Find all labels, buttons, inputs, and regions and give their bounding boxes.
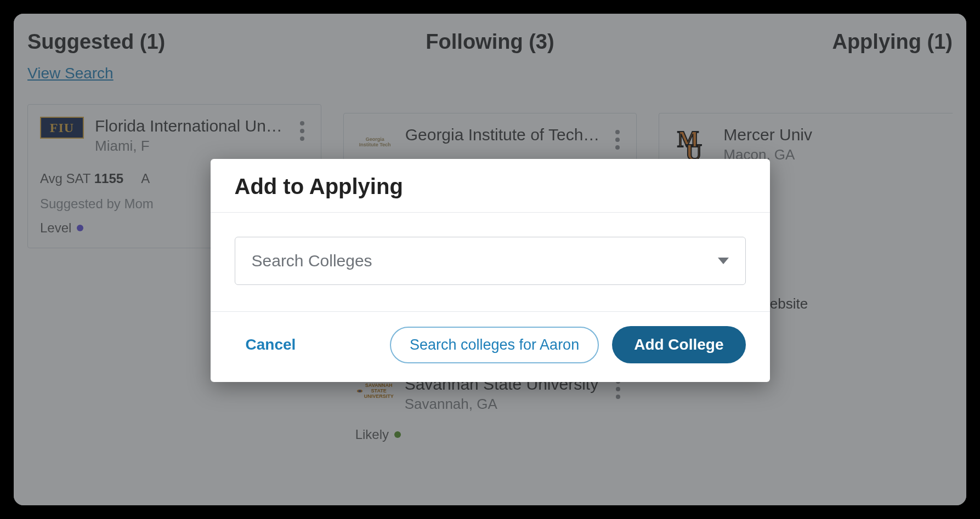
search-colleges-for-button[interactable]: Search colleges for Aaron (390, 327, 599, 363)
add-to-applying-modal: Add to Applying Search Colleges Cancel S… (211, 159, 770, 382)
chevron-down-icon (718, 258, 729, 264)
search-colleges-select[interactable]: Search Colleges (235, 237, 746, 285)
modal-title: Add to Applying (211, 159, 770, 212)
modal-overlay[interactable]: Add to Applying Search Colleges Cancel S… (14, 14, 966, 505)
app-frame: Suggested (1) View Search FIU Florida In… (14, 14, 966, 505)
cancel-button[interactable]: Cancel (235, 328, 307, 361)
select-placeholder: Search Colleges (252, 252, 372, 270)
modal-footer: Cancel Search colleges for Aaron Add Col… (211, 311, 770, 382)
modal-body: Search Colleges (211, 213, 770, 311)
add-college-button[interactable]: Add College (612, 326, 745, 363)
